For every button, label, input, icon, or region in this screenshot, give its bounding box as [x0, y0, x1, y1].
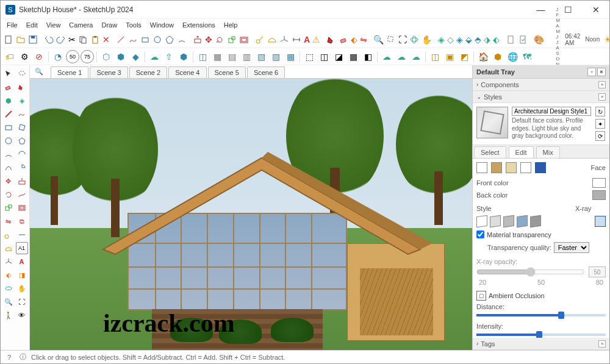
- scale-tool-icon[interactable]: [2, 202, 15, 214]
- doc-icon[interactable]: [505, 33, 516, 46]
- tag-icon[interactable]: 🏷: [3, 50, 16, 63]
- subtab-edit[interactable]: Edit: [509, 146, 534, 158]
- scene-search-icon[interactable]: 🔍: [34, 66, 45, 77]
- save-icon[interactable]: [27, 33, 38, 46]
- menu-view[interactable]: View: [43, 20, 65, 30]
- zoom-extents-icon[interactable]: ⛶: [398, 33, 407, 46]
- back-icon[interactable]: ▧: [254, 50, 268, 63]
- layers6-icon[interactable]: ⬗: [483, 33, 491, 46]
- orbit-icon[interactable]: [409, 33, 420, 46]
- tape-tool-icon[interactable]: [2, 229, 15, 241]
- gear-icon[interactable]: ⚙: [18, 50, 31, 63]
- menu-extensions[interactable]: Extensions: [179, 20, 219, 30]
- arc-tool-icon[interactable]: [2, 148, 15, 160]
- style-new-icon[interactable]: ✦: [595, 119, 605, 129]
- ext-warehouse-icon[interactable]: ⬢: [491, 50, 504, 63]
- warning-icon[interactable]: ⚠: [312, 33, 321, 46]
- component-tool-icon[interactable]: ⬢: [2, 95, 15, 107]
- opacity-75-icon[interactable]: 75: [81, 50, 94, 63]
- layers5-icon[interactable]: ⬘: [474, 33, 482, 46]
- sun-settings-icon[interactable]: ☀: [603, 33, 610, 46]
- 3dtext-icon[interactable]: A: [16, 255, 28, 268]
- eraser-icon[interactable]: [338, 33, 349, 46]
- select-tool-icon[interactable]: [2, 68, 15, 80]
- paint-tool-icon[interactable]: [16, 81, 28, 93]
- style-shaded-icon[interactable]: [503, 215, 514, 228]
- arc-icon[interactable]: [176, 33, 187, 46]
- pushpull-tool-icon[interactable]: [16, 175, 28, 187]
- rect-tool-icon[interactable]: [2, 121, 15, 134]
- ao-toggle-icon[interactable]: ▢: [476, 291, 486, 301]
- scene-tab-2[interactable]: Scene 3: [90, 66, 127, 78]
- copy-icon[interactable]: [77, 33, 88, 46]
- flip-tool-icon[interactable]: ⇋: [2, 215, 15, 227]
- layers2-icon[interactable]: ◇: [447, 33, 454, 46]
- left-icon[interactable]: ▨: [269, 50, 282, 63]
- xray-toggle-icon[interactable]: [595, 216, 606, 227]
- redo-icon[interactable]: [56, 33, 66, 46]
- rect-icon[interactable]: [140, 33, 151, 46]
- line-tool-icon[interactable]: [115, 33, 126, 46]
- zoom-tool-icon[interactable]: 🔍: [2, 296, 15, 308]
- intensity-slider[interactable]: [476, 334, 606, 336]
- pan-icon[interactable]: ✋: [421, 33, 432, 46]
- undo-icon[interactable]: [43, 33, 54, 46]
- circle-icon[interactable]: [152, 33, 163, 46]
- delete-icon[interactable]: ✕: [102, 33, 110, 46]
- lasso-icon[interactable]: [16, 68, 28, 80]
- protractor-tool-icon[interactable]: [2, 242, 15, 254]
- cloud-icon[interactable]: ☁: [148, 50, 161, 63]
- style-refresh-icon[interactable]: ⟳: [595, 131, 605, 141]
- offset-icon[interactable]: [239, 33, 249, 46]
- scene-tab-5[interactable]: Scene 5: [208, 66, 246, 78]
- tags-close-icon[interactable]: ×: [598, 340, 606, 348]
- zoom-ext-tool-icon[interactable]: ⛶: [16, 296, 28, 308]
- move-tool-icon[interactable]: ✥: [2, 175, 15, 187]
- group-icon[interactable]: ◈: [16, 95, 28, 107]
- menu-file[interactable]: File: [3, 20, 21, 30]
- followme-icon[interactable]: [16, 188, 28, 201]
- section2-icon[interactable]: ◨: [16, 269, 28, 281]
- bottom-icon[interactable]: ▩: [284, 50, 297, 63]
- section-tool-icon[interactable]: ⬖: [2, 269, 15, 281]
- zoom-window-icon[interactable]: [386, 33, 396, 46]
- close-button[interactable]: ✕: [582, 1, 609, 19]
- freehand-icon[interactable]: [127, 33, 138, 46]
- mono-icon[interactable]: ◧: [361, 50, 375, 63]
- layers7-icon[interactable]: ⬖: [492, 33, 500, 46]
- solid-union-icon[interactable]: ⬡: [99, 50, 113, 63]
- solid-intersect-icon[interactable]: ◆: [129, 50, 142, 63]
- cut-icon[interactable]: ✂: [68, 33, 76, 46]
- menu-camera[interactable]: Camera: [65, 20, 96, 30]
- opacity-25-icon[interactable]: ◔: [51, 50, 65, 63]
- mirror-icon[interactable]: ⧉: [16, 215, 28, 227]
- style-name-input[interactable]: Architectural Design Style1: [512, 107, 591, 116]
- component-icon[interactable]: ⬢: [177, 50, 190, 63]
- rotate-tool-icon[interactable]: [2, 188, 15, 201]
- bg-settings-icon[interactable]: [506, 162, 517, 173]
- style-update-icon[interactable]: ↻: [595, 107, 605, 116]
- section-icon[interactable]: ⬖: [350, 33, 358, 46]
- menu-window[interactable]: Window: [146, 20, 178, 30]
- paste-icon[interactable]: [90, 33, 101, 46]
- 3d-viewport[interactable]: izcrack.com: [30, 79, 472, 350]
- material-transparency-checkbox[interactable]: Material transparency: [476, 230, 606, 238]
- style-thumbnail[interactable]: [476, 107, 508, 138]
- palette-icon[interactable]: 🎨: [533, 33, 545, 46]
- scene-tab-4[interactable]: Scene 4: [168, 66, 206, 78]
- menu-draw[interactable]: Draw: [98, 20, 121, 30]
- menu-tools[interactable]: Tools: [122, 20, 145, 30]
- scale-icon[interactable]: [226, 33, 237, 46]
- style-textured-icon[interactable]: [517, 215, 528, 228]
- box3-icon[interactable]: ◩: [458, 50, 471, 63]
- zoom-icon[interactable]: 🔍: [373, 33, 384, 46]
- styles-panel-header[interactable]: ⌄Styles×: [473, 91, 609, 103]
- text-tool-icon[interactable]: A1: [16, 242, 28, 254]
- cloud4-icon[interactable]: ☁: [409, 50, 423, 63]
- box1-icon[interactable]: ◫: [428, 50, 442, 63]
- tray-pin-icon[interactable]: ▫: [587, 68, 596, 76]
- tray-header[interactable]: Default Tray ▫ ×: [473, 65, 609, 79]
- status-help-icon[interactable]: ?: [4, 352, 14, 362]
- rotated-rect-icon[interactable]: [16, 121, 28, 134]
- pan-tool-icon[interactable]: ✋: [16, 282, 28, 294]
